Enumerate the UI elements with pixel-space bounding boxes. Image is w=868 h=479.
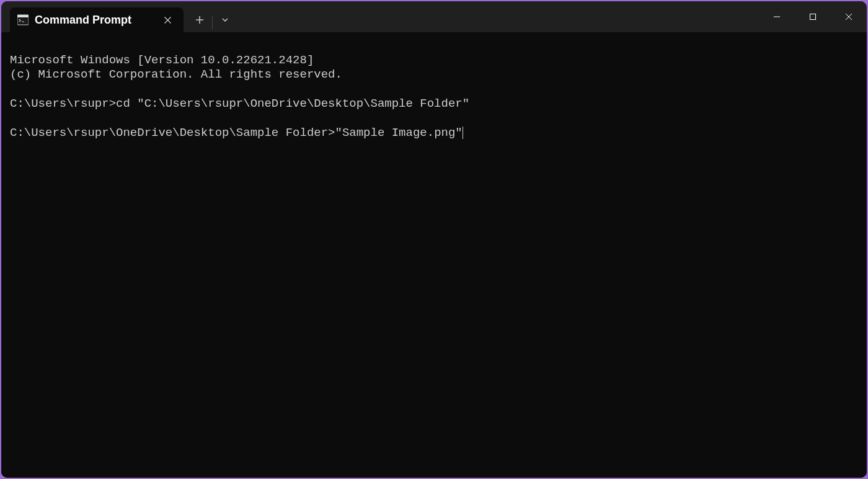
output-line: (c) Microsoft Corporation. All rights re… xyxy=(10,68,342,81)
titlebar: Command Prompt xyxy=(1,1,867,32)
current-input: "Sample Image.png" xyxy=(335,126,463,140)
cmd-icon xyxy=(17,14,29,25)
tab-area: Command Prompt xyxy=(1,1,184,32)
active-tab[interactable]: Command Prompt xyxy=(10,7,184,32)
titlebar-drag-region[interactable] xyxy=(237,1,759,32)
output-line: C:\Users\rsupr>cd "C:\Users\rsupr\OneDri… xyxy=(10,97,469,110)
tab-dropdown-button[interactable] xyxy=(213,7,237,32)
cursor xyxy=(463,127,464,139)
output-line: Microsoft Windows [Version 10.0.22621.24… xyxy=(10,53,314,67)
prompt-path: C:\Users\rsupr\OneDrive\Desktop\Sample F… xyxy=(10,126,335,140)
window-controls xyxy=(759,1,867,32)
maximize-button[interactable] xyxy=(795,1,831,32)
tab-title: Command Prompt xyxy=(35,14,154,27)
tab-close-button[interactable] xyxy=(160,12,175,27)
terminal-output[interactable]: Microsoft Windows [Version 10.0.22621.24… xyxy=(1,32,867,478)
minimize-button[interactable] xyxy=(759,1,795,32)
close-button[interactable] xyxy=(831,1,867,32)
prompt-line: C:\Users\rsupr\OneDrive\Desktop\Sample F… xyxy=(10,126,463,140)
new-tab-button[interactable] xyxy=(187,7,212,32)
svg-rect-8 xyxy=(810,14,816,20)
svg-rect-1 xyxy=(17,15,29,17)
terminal-window: Command Prompt xyxy=(1,1,867,478)
tab-actions xyxy=(184,1,237,32)
